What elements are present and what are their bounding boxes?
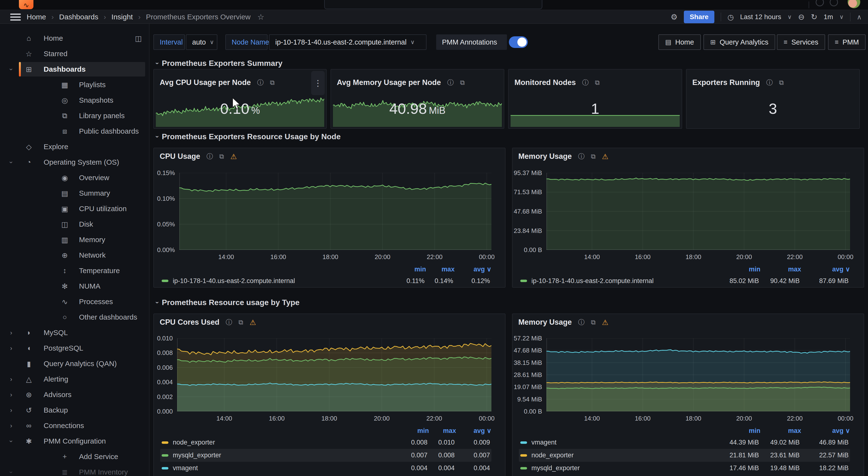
chevron-down-icon[interactable]: › [7, 158, 15, 167]
legend-row-mysqld-exporter[interactable]: mysqld_exporter17.46 MiB19.48 MiB18.22 M… [519, 462, 850, 475]
home-button[interactable]: ▤Home [658, 34, 701, 50]
legend-series-name[interactable]: node_exporter [520, 451, 718, 459]
legend-series-name[interactable]: ip-10-178-1-40.us-east-2.compute.interna… [520, 277, 718, 285]
avatar[interactable] [848, 0, 860, 8]
sidebar-item-processes[interactable]: ∿Processes [0, 294, 149, 309]
legend-sort-max[interactable]: max [429, 427, 456, 435]
sidebar-item-snapshots[interactable]: ◎Snapshots [0, 93, 149, 108]
legend-series-name[interactable]: ip-10-178-1-40.us-east-2.compute.interna… [162, 277, 396, 285]
breadcrumb-dashboards[interactable]: Dashboards [59, 13, 98, 21]
chevron-right-icon[interactable]: › [7, 329, 16, 337]
sidebar-item-starred[interactable]: ☆Starred [0, 46, 149, 62]
external-link-icon[interactable]: ⧉ [595, 79, 599, 87]
sidebar-item-disk[interactable]: ◫Disk [0, 216, 149, 232]
chevron-down-icon[interactable]: › [7, 468, 15, 476]
sidebar-item-cpu-utilization[interactable]: ▣CPU utilization [0, 201, 149, 216]
legend-sort-avg[interactable]: avg ∨ [456, 427, 491, 435]
legend-sort-min[interactable]: min [720, 427, 761, 435]
time-range-picker[interactable]: Last 12 hours [740, 13, 781, 21]
breadcrumb-home[interactable]: Home [27, 13, 46, 21]
sidebar-item-library-panels[interactable]: ⧉Library panels [0, 108, 149, 124]
chevron-right-icon[interactable]: › [7, 376, 16, 383]
external-link-icon[interactable]: ⧉ [779, 79, 784, 87]
external-link-icon[interactable]: ⧉ [239, 319, 243, 326]
info-icon[interactable]: ⓘ [447, 78, 454, 87]
sidebar-item-dashboards[interactable]: ›⊞Dashboards [0, 62, 149, 77]
help-icon[interactable] [816, 0, 824, 6]
section-exporters-summary[interactable]: ›Prometheus Exporters Summary [156, 59, 283, 68]
legend-row-node-exporter[interactable]: node_exporter0.0080.0100.009 [160, 436, 491, 449]
sidebar-item-summary[interactable]: ▤Summary [0, 185, 149, 201]
chevron-right-icon[interactable]: › [7, 391, 16, 399]
share-button[interactable]: Share [684, 11, 714, 23]
warning-icon[interactable]: ⚠ [602, 318, 609, 327]
legend-series-name[interactable]: vmagent [520, 439, 718, 446]
gear-icon[interactable]: ⚙ [671, 12, 678, 22]
legend-series-name[interactable]: mysqld_exporter [520, 464, 718, 472]
sidebar-item-connections[interactable]: ›∞Connections [0, 418, 149, 433]
warning-icon[interactable]: ⚠ [250, 318, 256, 327]
legend-sort-max[interactable]: max [426, 266, 455, 273]
pmm-annotations-toggle[interactable] [509, 36, 528, 48]
sidebar-item-overview[interactable]: ◉Overview [0, 170, 149, 185]
chevron-right-icon[interactable]: › [7, 422, 16, 430]
notifications-icon[interactable] [830, 0, 838, 6]
sidebar-item-temperature[interactable]: ↕Temperature [0, 263, 149, 278]
clock-icon[interactable]: ◷ [727, 13, 734, 21]
sidebar-item-playlists[interactable]: ▦Playlists [0, 77, 149, 93]
legend-row-node-exporter[interactable]: node_exporter21.81 MiB23.61 MiB22.57 MiB [519, 449, 850, 462]
panel-collapse-icon[interactable]: ◫ [135, 34, 142, 43]
legend-row-ip-10-178-1-40-us-east-2-compute-internal[interactable]: ip-10-178-1-40.us-east-2.compute.interna… [519, 275, 850, 287]
chevron-right-icon[interactable]: › [7, 407, 16, 414]
services-button[interactable]: ≡Services [777, 34, 825, 50]
panel-title[interactable]: Avg CPU Usage per Node [160, 78, 251, 87]
sidebar-item-advisors[interactable]: ›⊛Advisors [0, 387, 149, 402]
sidebar-item-numa[interactable]: ✻NUMA [0, 278, 149, 294]
legend-row-mysqld-exporter[interactable]: mysqld_exporter0.0070.0080.007 [160, 449, 491, 462]
sidebar-item-backup[interactable]: ›↺Backup [0, 402, 149, 418]
sidebar-item-postgresql[interactable]: ›◖PostgreSQL [0, 340, 149, 356]
legend-sort-min[interactable]: min [402, 427, 429, 435]
chevron-down-icon[interactable]: ∨ [839, 13, 844, 20]
sidebar-item-memory[interactable]: ▥Memory [0, 232, 149, 247]
legend-row-vmagent[interactable]: vmagent44.39 MiB49.02 MiB46.89 MiB [519, 436, 850, 449]
menu-icon[interactable] [10, 13, 21, 21]
info-icon[interactable]: ⓘ [582, 78, 589, 87]
legend-series-name[interactable]: mysqld_exporter [162, 451, 400, 459]
external-link-icon[interactable]: ⧉ [591, 153, 596, 160]
pmm-logo-icon[interactable]: ∿ [19, 0, 33, 9]
panel-title[interactable]: Monitored Nodes [515, 78, 576, 87]
legend-sort-avg[interactable]: avg ∨ [801, 427, 850, 435]
sidebar-item-public-dashboards[interactable]: ⧈Public dashboards [0, 124, 149, 139]
sidebar-item-explore[interactable]: ◇Explore [0, 139, 149, 155]
info-icon[interactable]: ⓘ [766, 78, 773, 87]
panel-title[interactable]: Memory Usage [518, 318, 572, 327]
sidebar-item-query-analytics-qan[interactable]: ▮Query Analytics (QAN) [0, 356, 149, 371]
query-analytics-button[interactable]: ⊞Query Analytics [704, 34, 775, 50]
sidebar-item-mysql[interactable]: ›◗MySQL [0, 325, 149, 340]
section-resource-usage-by-type[interactable]: ›Prometheus Resource usage by Type [156, 298, 300, 307]
external-link-icon[interactable]: ⧉ [591, 319, 596, 326]
legend-sort-avg[interactable]: avg ∨ [455, 265, 491, 273]
legend-series-name[interactable]: vmagent [162, 464, 400, 472]
external-link-icon[interactable]: ⧉ [270, 79, 275, 87]
sidebar-item-home[interactable]: ⌂Home◫ [0, 31, 149, 46]
breadcrumb-insight[interactable]: Insight [112, 13, 133, 21]
zoom-out-icon[interactable]: ⊖ [798, 12, 805, 22]
info-icon[interactable]: ⓘ [207, 152, 213, 161]
panel-title[interactable]: CPU Usage [160, 152, 200, 161]
chevron-right-icon[interactable]: › [7, 344, 16, 352]
panel-title[interactable]: Exporters Running [692, 78, 760, 87]
warning-icon[interactable]: ⚠ [230, 152, 237, 161]
chevron-down-icon[interactable]: › [7, 65, 15, 74]
node-name-select[interactable]: ip-10-178-1-40.us-east-2.compute.interna… [269, 34, 427, 50]
legend-series-name[interactable]: node_exporter [162, 439, 400, 446]
refresh-icon[interactable]: ↻ [811, 12, 817, 22]
warning-icon[interactable]: ⚠ [602, 152, 609, 161]
legend-row-vmagent[interactable]: vmagent0.0040.0040.004 [160, 462, 491, 475]
legend-row-ip-10-178-1-40-us-east-2-compute-internal[interactable]: ip-10-178-1-40.us-east-2.compute.interna… [160, 275, 491, 287]
info-icon[interactable]: ⓘ [578, 152, 585, 161]
sidebar-item-pmm-inventory[interactable]: ›≣PMM Inventory [0, 464, 149, 476]
panel-title[interactable]: Avg Memory Usage per Node [337, 78, 441, 87]
legend-sort-max[interactable]: max [761, 427, 801, 435]
